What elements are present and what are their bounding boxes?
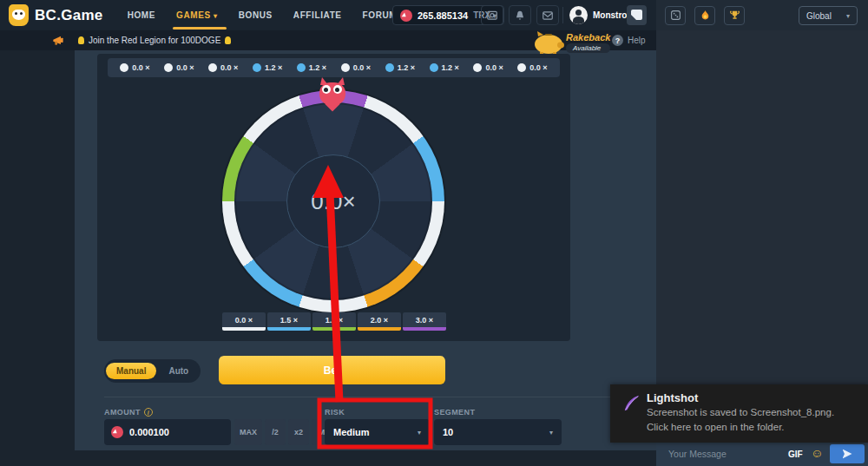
- double-button[interactable]: x2: [288, 419, 309, 445]
- bcgame-logo[interactable]: BC.Game: [9, 4, 103, 26]
- trx-coin-icon: [111, 426, 123, 438]
- history-item[interactable]: 1.2 ×: [385, 63, 415, 72]
- bulb-icon: [225, 36, 231, 44]
- history-item[interactable]: 0.0 ×: [473, 63, 503, 72]
- chat-message-input[interactable]: [668, 449, 773, 459]
- history-dot: [164, 63, 173, 72]
- owl-eye: [322, 85, 331, 94]
- vault-icon: [486, 10, 498, 22]
- chevron-down-icon: ▾: [418, 429, 421, 436]
- history-value: 0.0 ×: [529, 63, 547, 72]
- history-value: 0.0 ×: [220, 63, 238, 72]
- legend-color-bar: [312, 327, 356, 331]
- history-value: 1.2 ×: [442, 63, 459, 72]
- history-dot: [473, 63, 482, 72]
- legend-color-bar: [358, 327, 401, 331]
- history-dot: [208, 63, 217, 72]
- avatar[interactable]: [569, 6, 588, 24]
- emoji-button[interactable]: ☺: [811, 447, 823, 459]
- bet-button[interactable]: Bet: [219, 356, 445, 384]
- history-dot: [517, 63, 526, 72]
- mail-button[interactable]: [536, 5, 559, 25]
- half-button[interactable]: /2: [265, 419, 286, 445]
- send-icon: [843, 450, 852, 459]
- wheel-game-panel: 0.0 ×0.0 ×0.0 ×1.2 ×1.2 ×0.0 ×1.2 ×1.2 ×…: [97, 54, 570, 341]
- wheel-center-multiplier: 0.0×: [286, 154, 380, 248]
- chat-input-bar: GIF ☺: [656, 442, 868, 466]
- info-icon[interactable]: i: [144, 408, 153, 417]
- risk-select[interactable]: Medium ▾: [325, 419, 430, 445]
- nav-bonus[interactable]: BONUS: [239, 10, 273, 20]
- trophy-icon: [729, 10, 740, 21]
- manual-tab[interactable]: Manual: [106, 363, 156, 379]
- history-value: 1.2 ×: [265, 63, 282, 72]
- history-value: 0.0 ×: [132, 63, 149, 72]
- footer-strip: [0, 450, 656, 466]
- bulb-icon: [78, 36, 84, 44]
- amount-label: AMOUNTi: [104, 408, 153, 417]
- legend-label: 1.7 ×: [312, 312, 356, 327]
- bets-button[interactable]: [665, 6, 686, 25]
- nav-affiliate[interactable]: AFFILIATE: [293, 10, 342, 20]
- piggy-bank-icon: [529, 30, 566, 56]
- leaderboard-button[interactable]: [724, 6, 745, 25]
- notification-line2[interactable]: Click here to open in the folder.: [647, 422, 785, 432]
- megaphone-icon: [52, 35, 66, 47]
- history-item[interactable]: 0.0 ×: [208, 63, 238, 72]
- wheel: 0.0×: [222, 90, 444, 312]
- chevron-down-icon: ▾: [549, 429, 553, 436]
- flame-icon: [700, 10, 711, 21]
- legend-label: 3.0 ×: [403, 312, 446, 327]
- auto-tab[interactable]: Auto: [158, 363, 199, 379]
- legend-label: 2.0 ×: [358, 312, 401, 327]
- divider: [562, 7, 563, 23]
- banner-message[interactable]: Join the Red Legion for 100DOGE: [78, 36, 231, 45]
- feather-icon: [622, 394, 641, 413]
- amount-input[interactable]: [129, 427, 216, 437]
- segment-label: SEGMENT: [434, 408, 475, 417]
- nav-home[interactable]: HOME: [128, 10, 155, 20]
- gif-button[interactable]: GIF: [788, 450, 803, 459]
- send-button[interactable]: [830, 444, 865, 463]
- nav-games[interactable]: GAMES ▾: [176, 10, 218, 20]
- history-item[interactable]: 0.0 ×: [164, 63, 194, 72]
- legend-item: 1.7 ×: [312, 312, 356, 331]
- history-item[interactable]: 1.2 ×: [430, 63, 459, 72]
- help-button[interactable]: ? Help: [612, 35, 646, 46]
- dice-icon: [670, 10, 681, 21]
- history-item[interactable]: 0.0 ×: [120, 63, 149, 72]
- legend-item: 3.0 ×: [403, 312, 446, 331]
- history-item[interactable]: 0.0 ×: [341, 63, 371, 72]
- owl-mascot: [316, 78, 349, 109]
- top-header: BC.Game HOME GAMES ▾ BONUS AFFILIATE FOR…: [0, 0, 656, 30]
- legend-item: 0.0 ×: [222, 312, 266, 331]
- history-value: 1.2 ×: [398, 63, 415, 72]
- vault-button[interactable]: [481, 5, 503, 25]
- history-item[interactable]: 1.2 ×: [253, 63, 282, 72]
- chat-messages: i wiiiiin to all game10:42☠ Pitro ☠@Bcga…: [656, 30, 868, 442]
- bet-mode-toggle: Manual Auto: [104, 359, 201, 383]
- notification-title: Lightshot: [647, 391, 698, 404]
- rakeback-subtitle: Available: [566, 43, 610, 53]
- segment-select[interactable]: 10 ▾: [434, 419, 562, 445]
- history-item[interactable]: 0.0 ×: [517, 63, 547, 72]
- history-dot: [385, 63, 394, 72]
- notifications-button[interactable]: [509, 5, 531, 25]
- bcgame-logo-icon: [9, 4, 29, 26]
- history-item[interactable]: 1.2 ×: [297, 63, 326, 72]
- history-dot: [430, 63, 438, 72]
- legend-color-bar: [222, 327, 266, 331]
- envelope-icon: [542, 10, 554, 22]
- divider: [104, 397, 647, 397]
- chat-toggle-button[interactable]: [627, 5, 647, 25]
- hot-button[interactable]: [694, 6, 715, 25]
- lightshot-notification[interactable]: Lightshot Screenshot is saved to Screens…: [610, 384, 868, 443]
- rakeback-widget[interactable]: Rakeback Available: [529, 30, 610, 56]
- max-button[interactable]: MAX: [234, 419, 262, 445]
- chat-channel-select[interactable]: Global ▾: [799, 6, 858, 25]
- risk-label: RISK: [325, 408, 345, 417]
- question-icon: ?: [612, 35, 623, 46]
- history-value: 0.0 ×: [176, 63, 194, 72]
- rakeback-title: Rakeback: [566, 32, 610, 43]
- history-dot: [341, 63, 350, 72]
